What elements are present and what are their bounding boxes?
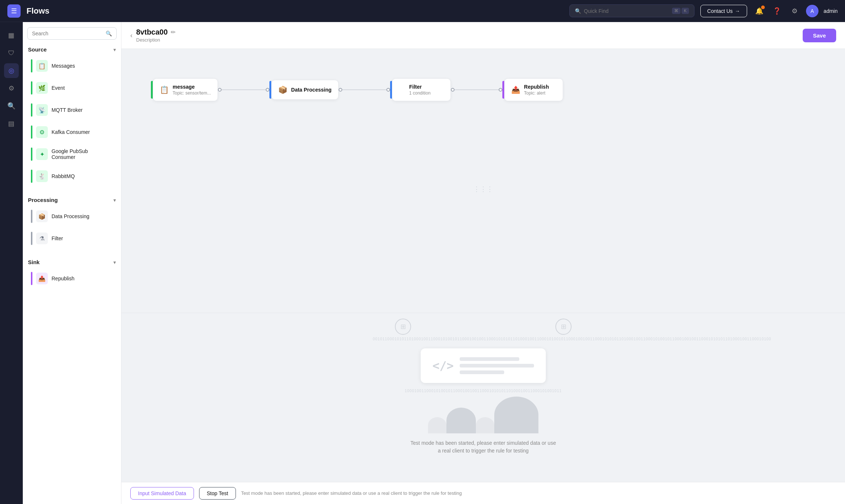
list-item[interactable]: 📤 Republish (26, 268, 118, 289)
topbar-left: ‹ 8vtbca00 ✏ Description (130, 28, 176, 43)
sidebar-shield-button[interactable]: 🛡 (4, 46, 19, 60)
event-icon: 🌿 (36, 82, 48, 94)
sidebar-search-button[interactable]: 🔍 (4, 99, 19, 113)
list-item[interactable]: ⚙ Kafka Consumer (26, 122, 118, 142)
stop-test-button[interactable]: Stop Test (199, 487, 236, 500)
sink-section-header[interactable]: Sink ▾ (23, 255, 121, 267)
code-mockup: </> (421, 348, 546, 383)
messages-icon: 📋 (36, 60, 48, 72)
left-panel: 🔍 Source ▾ 📋 Messages 🌿 Event 📡 MQTT Bro… (23, 22, 121, 504)
canvas-area: 📋 message Topic: sensor/tem... (121, 49, 845, 482)
search-icon: 🔍 (106, 31, 112, 36)
source-dot (31, 125, 32, 139)
filter-label: Filter (52, 235, 63, 241)
kafka-icon: ⚙ (36, 126, 48, 138)
test-illustration: ⊞ ⊞ 001011000101011010001001100010100101… (373, 319, 594, 455)
sidebar-flows-button[interactable]: ◎ (4, 63, 19, 78)
source-dot (31, 272, 32, 285)
notification-button[interactable]: 🔔 (753, 5, 766, 17)
flow-name: 8vtbca00 (136, 28, 168, 36)
connector-1 (218, 88, 269, 92)
flow-node-data-processing: 📦 Data Processing (269, 80, 339, 100)
data-processing-node-icon: 📦 (278, 85, 287, 94)
node-title-message: message (173, 84, 211, 90)
content-topbar: ‹ 8vtbca00 ✏ Description Save (121, 22, 845, 49)
node-sub-republish: Topic: alert (524, 90, 556, 96)
source-chevron-icon: ▾ (113, 47, 116, 53)
rabbitmq-label: RabbitMQ (52, 173, 75, 179)
app-title: Flows (26, 6, 49, 16)
source-dot (31, 148, 32, 161)
node-sub-message: Topic: sensor/tem... (173, 90, 211, 96)
sidebar-grid-button[interactable]: ▦ (4, 28, 19, 43)
test-panel: ⊞ ⊞ 001011000101011010001001100010100101… (121, 313, 845, 460)
input-simulated-data-button[interactable]: Input Simulated Data (130, 487, 194, 500)
republish-icon: 📤 (36, 273, 48, 284)
save-button[interactable]: Save (803, 29, 836, 42)
list-item[interactable]: 🌿 Event (26, 78, 118, 98)
edit-icon[interactable]: ✏ (171, 29, 176, 36)
mqtt-icon: 📡 (36, 104, 48, 116)
shape-center-right (476, 417, 494, 433)
logo: ☰ (7, 4, 21, 18)
node-title-filter: Filter (409, 84, 444, 90)
search-input[interactable] (584, 8, 669, 14)
topnav: ☰ Flows 🔍 ⌘ K Contact Us → 🔔 ❓ ⚙ A admin (0, 0, 845, 22)
node-card-filter[interactable]: ⚗ Filter 1 condition (392, 78, 451, 101)
google-pubsub-icon: ✦ (36, 148, 48, 160)
kbd-k: K (682, 8, 689, 14)
node-info-republish: Republish Topic: alert (524, 84, 556, 96)
list-item[interactable]: ⚗ Filter (26, 228, 118, 249)
flow-node-message: 📋 message Topic: sensor/tem... (151, 78, 218, 101)
topnav-icons: 🔔 ❓ ⚙ A admin (753, 5, 838, 17)
source-dot (31, 210, 32, 223)
node-title-republish: Republish (524, 84, 556, 90)
sink-chevron-icon: ▾ (113, 259, 116, 265)
node-title-data-processing: Data Processing (291, 87, 332, 93)
node-card-republish[interactable]: 📤 Republish Topic: alert (504, 78, 563, 101)
help-button[interactable]: ❓ (771, 5, 783, 17)
code-line-3 (460, 370, 504, 374)
connector-3 (451, 88, 502, 92)
sidebar-data-button[interactable]: ▤ (4, 116, 19, 131)
mqtt-label: MQTT Broker (52, 107, 83, 113)
sidebar-settings-button[interactable]: ⚙ (4, 81, 19, 96)
list-item[interactable]: 🐇 RabbitMQ (26, 166, 118, 187)
node-info-message: message Topic: sensor/tem... (173, 84, 211, 96)
kbd-cmd: ⌘ (672, 8, 680, 14)
contact-arrow-icon: → (735, 8, 740, 14)
messages-label: Messages (52, 63, 75, 69)
search-kbd: ⌘ K (672, 8, 689, 14)
settings-button[interactable]: ⚙ (788, 5, 801, 17)
node-card-message[interactable]: 📋 message Topic: sensor/tem... (153, 78, 218, 101)
list-item[interactable]: 📦 Data Processing (26, 206, 118, 227)
back-button[interactable]: ‹ (130, 32, 132, 39)
search-bar[interactable]: 🔍 ⌘ K (569, 4, 694, 17)
connector-2 (339, 88, 390, 92)
list-item[interactable]: 📡 MQTT Broker (26, 100, 118, 120)
data-processing-label: Data Processing (52, 213, 89, 219)
source-label: Source (28, 46, 47, 53)
flow-name-container: 8vtbca00 ✏ Description (136, 28, 176, 43)
node-card-data-processing[interactable]: 📦 Data Processing (271, 80, 339, 100)
list-item[interactable]: ✦ Google PubSub Consumer (26, 144, 118, 164)
processing-label: Processing (28, 197, 58, 203)
binary-text-bottom: 1000100110001010010110001001001100010101… (405, 389, 562, 393)
event-label: Event (52, 85, 65, 91)
list-item[interactable]: 📋 Messages (26, 56, 118, 76)
filter-node-icon: ⚗ (399, 85, 406, 94)
shapes-row (428, 397, 538, 433)
flow-node-filter: ⚗ Filter 1 condition (390, 78, 451, 101)
shape-center-left (446, 408, 476, 433)
message-node-icon: 📋 (160, 85, 169, 94)
republish-label: Republish (52, 276, 74, 281)
source-section-header[interactable]: Source ▾ (23, 43, 121, 55)
component-search-input[interactable] (32, 31, 103, 36)
avatar: A (806, 5, 819, 17)
admin-label: admin (824, 8, 838, 14)
search-container[interactable]: 🔍 (27, 27, 117, 40)
source-dot (31, 170, 32, 183)
contact-us-button[interactable]: Contact Us → (700, 5, 747, 17)
test-icons-row: ⊞ ⊞ (395, 319, 572, 335)
processing-section-header[interactable]: Processing ▾ (23, 193, 121, 205)
